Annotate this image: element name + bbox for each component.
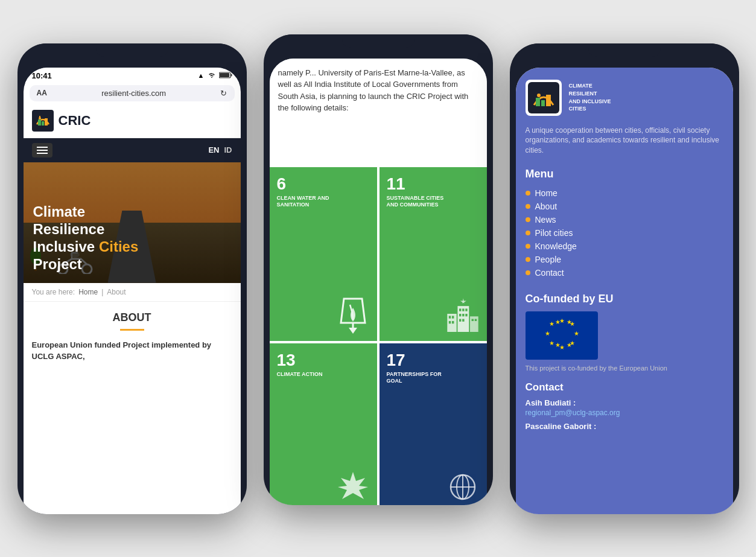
contact-person1-email: regional_pm@uclg-aspac.org [526, 409, 723, 417]
menu-dot-pilot-cities [526, 231, 530, 235]
brand-logo-box [526, 80, 562, 116]
sdg-label-17: PARTNERSHIPS FORGOAL [387, 371, 480, 385]
sdg-card-11: 11 SUSTAINABLE CITIESAND COMMUNITIES [380, 167, 487, 341]
phone-1: 10:41 ▲ AA resilient-cities.com ↻ [17, 43, 247, 514]
menu-dot-people [526, 257, 530, 262]
partnership-icon [445, 469, 481, 505]
svg-rect-4 [38, 119, 41, 126]
contact-person2-name: Pascaline Gaborit : [526, 422, 723, 431]
svg-rect-32 [471, 319, 473, 320]
menu-item-people[interactable]: People [526, 253, 723, 266]
phone-1-screen: 10:41 ▲ AA resilient-cities.com ↻ [24, 68, 241, 514]
svg-text:★: ★ [549, 320, 554, 327]
sdg-label-13: CLIMATE ACTION [277, 371, 370, 378]
svg-rect-18 [452, 316, 454, 318]
water-icon [335, 293, 371, 335]
brand-name-line3: AND INCLUSIVE [569, 98, 611, 106]
sdg-grid: 6 CLEAN WATER ANDSANITATION [270, 167, 487, 505]
menu-item-knowledge[interactable]: Knowledge [526, 240, 723, 253]
sdg-intro-text: namely P... University of Paris-Est Marn… [278, 67, 478, 114]
lang-en[interactable]: EN [208, 145, 219, 154]
notch-3 [588, 43, 661, 57]
status-time: 10:41 [32, 71, 52, 80]
about-text: European Union funded Project implemente… [32, 339, 232, 363]
brand-text-block: CLIMATE RESILIENT AND INCLUSIVE CITIES [569, 82, 611, 112]
eu-section-title: Co-funded by EU [526, 293, 723, 305]
sdg-number-6: 6 [277, 176, 370, 193]
svg-rect-26 [462, 314, 464, 316]
svg-rect-31 [470, 316, 478, 332]
svg-text:★: ★ [567, 319, 572, 325]
svg-rect-23 [462, 308, 464, 311]
brand-area: CLIMATE RESILIENT AND INCLUSIVE CITIES [526, 80, 723, 116]
breadcrumb-label: You are here: [32, 288, 75, 296]
menu-section-title: Menu [526, 168, 723, 180]
menu-item-news[interactable]: News [526, 213, 723, 226]
climate-icon [335, 469, 371, 505]
svg-text:★: ★ [555, 342, 561, 348]
svg-rect-25 [459, 314, 461, 316]
menu-list: Home About News Pilot cities [526, 186, 723, 279]
menu-item-about[interactable]: About [526, 200, 723, 213]
lang-switcher: EN ID [208, 145, 232, 154]
wifi-icon [208, 72, 216, 79]
breadcrumb-current: About [107, 288, 125, 296]
svg-rect-29 [462, 319, 464, 321]
hamburger-line-2 [37, 150, 48, 151]
svg-marker-30 [460, 298, 466, 304]
phone-3: CLIMATE RESILIENT AND INCLUSIVE CITIES A… [510, 43, 739, 514]
status-icons: ▲ [198, 72, 232, 80]
svg-rect-20 [452, 321, 454, 323]
menu-item-contact[interactable]: Contact [526, 266, 723, 279]
svg-text:★: ★ [545, 330, 550, 337]
menu-item-home[interactable]: Home [526, 186, 723, 200]
hamburger-line-3 [37, 153, 48, 154]
eu-flag-svg: ★ ★ ★ ★ ★ ★ ★ ★ ★ ★ ★ ★ [529, 313, 595, 358]
svg-rect-40 [541, 100, 545, 106]
svg-rect-22 [459, 308, 461, 311]
svg-rect-8 [39, 116, 40, 119]
cric-header: CRIC [24, 104, 241, 138]
svg-rect-33 [474, 319, 476, 320]
hamburger-line-1 [37, 147, 48, 148]
svg-rect-27 [465, 314, 467, 316]
about-title: ABOUT [32, 311, 232, 324]
notch-bar-1 [17, 43, 247, 62]
brand-description: A unique cooperation between cities, off… [526, 126, 723, 156]
lang-id[interactable]: ID [224, 145, 232, 154]
eu-caption: This project is co-funded by the Europea… [526, 364, 723, 372]
sdg-intro: namely P... University of Paris-Est Marn… [270, 59, 487, 167]
status-bar-1: 10:41 ▲ [24, 68, 241, 83]
sdg-number-17: 17 [387, 352, 480, 369]
menu-item-pilot-cities[interactable]: Pilot cities [526, 226, 723, 240]
menu-dot-contact [526, 270, 530, 275]
breadcrumb-home[interactable]: Home [78, 288, 98, 296]
hamburger-menu[interactable] [32, 143, 52, 158]
menu-dot-about [526, 204, 530, 209]
sdg-label-11: SUSTAINABLE CITIESAND COMMUNITIES [387, 195, 480, 209]
breadcrumb: You are here: Home | About [24, 283, 241, 302]
svg-text:★: ★ [567, 342, 572, 348]
notch-bar-2 [264, 34, 493, 53]
svg-rect-28 [459, 319, 461, 321]
svg-text:★: ★ [549, 340, 554, 346]
brand-name-line4: CITIES [569, 105, 611, 113]
svg-marker-15 [349, 328, 357, 334]
svg-rect-1 [230, 74, 232, 76]
city-icon [445, 293, 481, 335]
phone-3-screen: CLIMATE RESILIENT AND INCLUSIVE CITIES A… [516, 68, 733, 514]
refresh-icon[interactable]: ↻ [220, 89, 227, 98]
svg-text:★: ★ [555, 319, 561, 325]
address-bar[interactable]: AA resilient-cities.com ↻ [30, 85, 235, 101]
sdg-card-13: 13 CLIMATE ACTION [270, 343, 377, 505]
svg-text:★: ★ [574, 330, 579, 337]
menu-dot-news [526, 217, 530, 222]
sdg-card-6: 6 CLEAN WATER ANDSANITATION [270, 167, 377, 341]
notch-1 [96, 43, 168, 57]
notch-2 [342, 34, 415, 48]
eu-flag: ★ ★ ★ ★ ★ ★ ★ ★ ★ ★ ★ ★ [526, 311, 598, 360]
hero-heading: Climate Resilience Inclusive Cities Proj… [33, 203, 139, 273]
about-section: ABOUT European Union funded Project impl… [24, 302, 241, 372]
phone3-content: CLIMATE RESILIENT AND INCLUSIVE CITIES A… [516, 68, 733, 514]
menu-dot-knowledge [526, 244, 530, 249]
